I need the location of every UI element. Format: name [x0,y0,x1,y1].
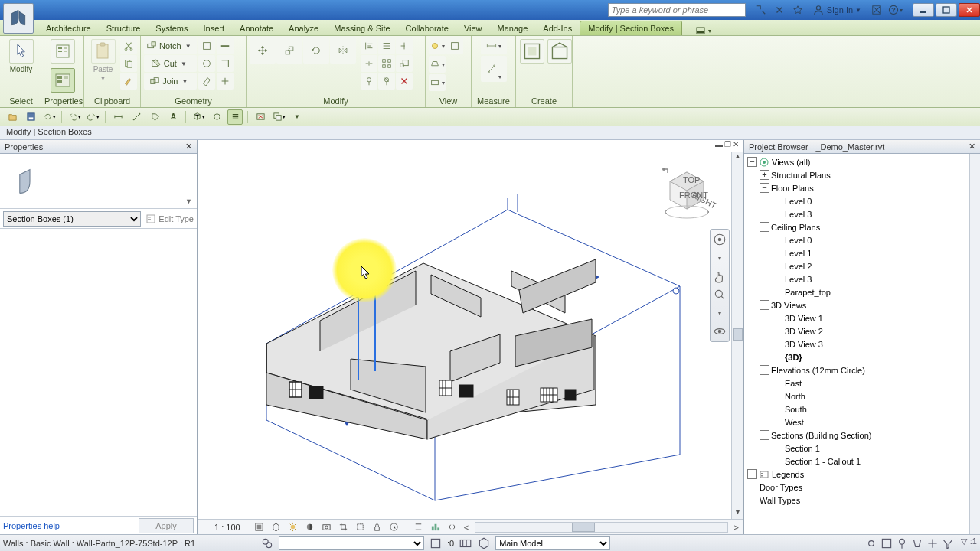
match-icon[interactable] [120,73,137,90]
comm-center-icon[interactable] [868,2,885,18]
copy-clipboard-icon[interactable] [120,55,137,72]
tree-node[interactable]: South [746,403,980,416]
nav-wheel-icon[interactable] [713,233,727,246]
view-scale[interactable]: 1 : 100 [214,523,240,532]
minimize-button[interactable] [913,3,934,17]
ribbon-minimize[interactable]: ▾ [696,26,711,35]
tree-node[interactable]: West [746,416,980,429]
view-tool-4[interactable]: ▾ [429,74,446,91]
tree-node[interactable]: Level 3 [746,207,980,220]
geom-tool-4[interactable] [217,37,234,54]
qat-3d[interactable]: ▾ [191,109,206,125]
favorite-icon[interactable] [789,2,806,18]
properties-button[interactable] [47,37,78,65]
pin-tool[interactable] [361,73,377,90]
sb-workset-select[interactable] [279,536,424,550]
qat-thinlines[interactable] [227,109,243,125]
array-tool[interactable] [378,55,395,72]
delete-tool[interactable] [396,73,413,90]
view-vscroll[interactable]: ▲▼ [731,152,743,519]
vc-sun[interactable] [286,521,300,533]
tree-node[interactable]: Level 1 [746,246,980,259]
qat-switch[interactable]: ▾ [271,109,286,125]
tree-node[interactable]: Level 3 [746,272,980,285]
tab-modify-section-boxes[interactable]: Modify | Section Boxes [580,21,682,35]
tree-node[interactable]: −Floor Plans [746,181,980,194]
qat-text[interactable]: A [165,109,181,125]
vc-crop[interactable] [337,521,351,533]
exchange-icon[interactable] [771,2,788,18]
tree-node[interactable]: Level 0 [746,194,980,207]
geom-tool-5[interactable] [217,55,234,72]
measure-tool-1[interactable]: ▾ [481,37,507,54]
notch-button[interactable]: Notch▼ [144,37,197,54]
browser-tree[interactable]: −Views (all)+Structural Plans−Floor Plan… [744,154,980,534]
create-tool-1[interactable] [519,37,545,65]
tree-node[interactable]: 3D View 1 [746,311,980,324]
tree-twisty[interactable]: − [760,183,769,193]
qat-redo[interactable]: ▾ [85,109,100,125]
sb-select-pinned[interactable] [895,536,909,550]
sb-select-links[interactable] [864,536,878,550]
tree-node[interactable]: Parapet_top [746,285,980,298]
view-cube[interactable]: FRONTRIGHTTOP [656,161,717,223]
tab-insert[interactable]: Insert [196,21,233,35]
tree-node[interactable]: −3D Views [746,298,980,311]
cut-button[interactable]: Cut▼ [144,55,197,72]
view-tool-1[interactable]: ▾ [429,37,446,54]
nav-zoom-icon[interactable] [713,288,727,302]
tree-twisty[interactable]: − [747,469,757,479]
tree-node[interactable]: 3D View 2 [746,324,980,337]
tree-twisty[interactable]: − [760,430,769,440]
tree-node[interactable]: Section 1 [746,442,980,455]
app-menu[interactable] [3,3,34,34]
type-selector[interactable]: ▼ [0,154,197,209]
tab-massing[interactable]: Massing & Site [326,21,397,35]
browser-close[interactable]: ✕ [969,142,975,152]
tree-node[interactable]: 3D View 3 [746,337,980,350]
nav-pan-icon[interactable] [713,269,727,283]
tab-view[interactable]: View [456,21,490,35]
tab-manage[interactable]: Manage [490,21,536,35]
tab-collaborate[interactable]: Collaborate [398,21,456,35]
view-hscroll[interactable] [475,522,727,533]
vc-detail[interactable] [253,521,266,533]
vc-shadow[interactable] [303,521,317,533]
tree-node[interactable]: Level 0 [746,233,980,246]
sb-design-option-select[interactable]: Main Model [495,536,610,550]
tab-analyze[interactable]: Analyze [281,21,326,35]
tree-twisty[interactable]: − [760,365,769,375]
tab-addins[interactable]: Add-Ins [535,21,580,35]
tree-node[interactable]: +Structural Plans [746,168,980,181]
move-tool[interactable] [250,37,276,64]
view-tab-max[interactable]: ❐ [724,140,731,152]
tree-node[interactable]: Door Types [746,481,980,494]
search-input[interactable] [608,3,746,17]
cut-clipboard-icon[interactable] [120,37,137,54]
tree-twisty[interactable]: − [760,300,769,310]
properties-close[interactable]: ✕ [185,142,192,152]
tree-twisty[interactable]: − [760,222,769,232]
view-tool-3[interactable]: ▾ [429,56,446,73]
qat-align[interactable] [129,109,144,125]
tab-annotate[interactable]: Annotate [232,21,281,35]
qat-measure[interactable] [110,109,126,125]
scale-tool[interactable] [396,55,413,72]
qat-undo[interactable]: ▾ [67,109,82,125]
unpin-tool[interactable] [378,73,395,90]
join-button[interactable]: Join▼ [144,73,197,90]
sb-filter[interactable] [941,536,955,550]
tree-node[interactable]: Section 1 - Callout 1 [746,455,980,468]
vc-style[interactable] [270,521,283,533]
help-icon[interactable]: ?▾ [887,2,903,18]
tab-systems[interactable]: Systems [148,21,195,35]
sign-in[interactable]: Sign In ▼ [813,5,861,15]
type-properties-button[interactable] [47,67,78,94]
drawing-area[interactable]: FRONTRIGHTTOP ▾ ▾ ▲▼ [198,152,743,519]
geom-tool-1[interactable] [198,37,215,54]
mirror-tool[interactable] [330,37,356,64]
tab-structure[interactable]: Structure [99,21,149,35]
browser-vscroll[interactable] [969,154,980,534]
qat-save[interactable] [23,109,38,125]
edit-type-button[interactable]: Edit Type [145,214,194,224]
